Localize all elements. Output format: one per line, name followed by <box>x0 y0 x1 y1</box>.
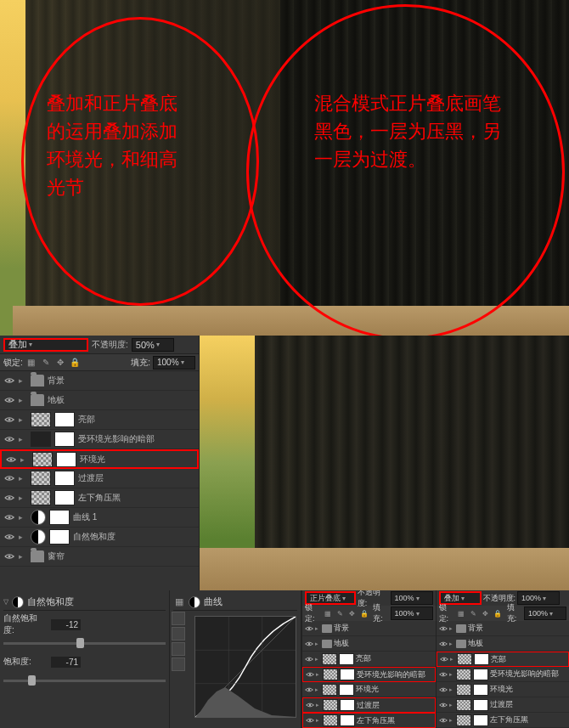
expand-icon[interactable]: ▸ <box>19 435 27 443</box>
layer-mask[interactable] <box>474 653 489 665</box>
lock-icon[interactable]: 🔒 <box>359 607 369 619</box>
layer-row[interactable]: ▸受环境光影响的暗部 <box>0 430 199 449</box>
visibility-toggle[interactable] <box>3 550 15 562</box>
layer-mask[interactable] <box>54 432 75 447</box>
expand-icon[interactable]: ▸ <box>315 641 320 647</box>
curves-tool-pencil[interactable] <box>172 642 185 656</box>
layer-mask[interactable] <box>54 490 75 505</box>
expand-icon[interactable]: ▸ <box>20 455 29 464</box>
visibility-toggle[interactable] <box>305 655 313 663</box>
panel-collapse-icon[interactable]: ▽ <box>3 598 8 606</box>
layer-thumb[interactable] <box>456 699 471 711</box>
lock-icon[interactable]: ✎ <box>468 607 478 619</box>
layer-mask[interactable] <box>473 699 488 711</box>
curves-tool-point[interactable] <box>172 627 185 641</box>
visibility-toggle[interactable] <box>3 511 15 523</box>
layer-row[interactable]: ▸过渡层 <box>437 697 570 713</box>
curves-tool-hand[interactable] <box>172 612 185 625</box>
visibility-toggle[interactable] <box>439 701 448 709</box>
layer-mask[interactable] <box>340 714 355 726</box>
layer-mask[interactable] <box>56 452 76 467</box>
layer-row[interactable]: ▸曲线 1 <box>0 508 199 528</box>
expand-icon[interactable]: ▸ <box>19 415 27 424</box>
visibility-toggle[interactable] <box>306 716 314 725</box>
layer-row[interactable]: ▸过渡层 <box>0 469 199 488</box>
expand-icon[interactable]: ▸ <box>19 552 27 561</box>
layer-thumb[interactable] <box>322 684 337 696</box>
opacity-dropdown[interactable]: 50% ▾ <box>132 338 174 352</box>
fill-dropdown[interactable]: 100% ▾ <box>153 356 195 370</box>
expand-icon[interactable]: ▸ <box>315 656 320 663</box>
saturation-slider[interactable] <box>3 680 166 682</box>
layer-thumb[interactable] <box>31 432 51 447</box>
lock-icon[interactable]: 🔒 <box>493 607 503 619</box>
layer-row[interactable]: ▸地板 <box>302 636 436 652</box>
lock-icon[interactable]: ✥ <box>346 607 357 619</box>
lock-all-icon[interactable]: 🔒 <box>69 357 81 369</box>
blend-mode-dropdown[interactable]: 叠加 ▾ <box>3 338 88 352</box>
visibility-toggle[interactable] <box>305 624 313 633</box>
layer-thumb[interactable] <box>322 653 337 665</box>
expand-icon[interactable]: ▸ <box>19 396 27 404</box>
saturation-slider-value[interactable]: -71 <box>51 657 81 668</box>
layer-mask[interactable] <box>473 669 488 680</box>
layer-mask[interactable] <box>340 669 355 680</box>
expand-icon[interactable]: ▸ <box>19 474 27 483</box>
layer-row[interactable]: ▸窗帘 <box>0 547 199 567</box>
layer-mask[interactable] <box>54 412 75 427</box>
expand-icon[interactable]: ▸ <box>449 717 454 724</box>
fill-dropdown-left[interactable]: 100%▾ <box>391 607 433 620</box>
layer-row[interactable]: ▸地板 <box>437 636 570 652</box>
layer-mask[interactable] <box>49 529 70 545</box>
layer-row[interactable]: ▸环境光 <box>437 682 570 697</box>
visibility-toggle[interactable] <box>3 492 15 504</box>
layer-row[interactable]: ▸亮部 <box>0 410 199 430</box>
layer-thumb[interactable] <box>456 684 471 696</box>
lock-brush-icon[interactable]: ✎ <box>40 357 52 369</box>
layer-row[interactable]: ▸背景 <box>437 621 570 636</box>
layer-row[interactable]: ▸亮部 <box>302 652 436 667</box>
visibility-toggle[interactable] <box>306 701 314 709</box>
expand-icon[interactable]: ▸ <box>450 656 455 663</box>
expand-icon[interactable]: ▸ <box>19 494 27 502</box>
visibility-toggle[interactable] <box>439 670 448 679</box>
expand-icon[interactable]: ▸ <box>315 625 320 632</box>
expand-icon[interactable]: ▸ <box>316 671 321 678</box>
layer-row[interactable]: ▸左下角压黑 <box>437 713 570 728</box>
expand-icon[interactable]: ▸ <box>19 533 27 541</box>
visibility-toggle[interactable] <box>3 472 15 484</box>
layer-row[interactable]: ▸背景 <box>0 371 199 391</box>
layer-row[interactable]: ▸左下角压黑 <box>302 713 436 728</box>
layer-row[interactable]: ▸自然饱和度 <box>0 528 199 547</box>
expand-icon[interactable]: ▸ <box>449 671 454 678</box>
lock-icon[interactable]: ▦ <box>456 607 466 619</box>
layer-thumb[interactable] <box>323 669 338 680</box>
layer-mask[interactable] <box>340 699 355 711</box>
visibility-toggle[interactable] <box>306 670 314 679</box>
layer-mask[interactable] <box>473 684 488 696</box>
visibility-toggle[interactable] <box>5 454 17 466</box>
curves-preset-icon[interactable]: ▦ <box>173 596 185 608</box>
layer-row[interactable]: ▸过渡层 <box>302 697 436 713</box>
visibility-toggle[interactable] <box>305 640 313 648</box>
layer-mask[interactable] <box>54 471 75 486</box>
visibility-toggle[interactable] <box>439 640 448 648</box>
layer-mask[interactable] <box>339 684 354 696</box>
layer-thumb[interactable] <box>323 714 338 726</box>
visibility-toggle[interactable] <box>305 686 313 694</box>
visibility-toggle[interactable] <box>3 394 15 406</box>
visibility-toggle[interactable] <box>439 686 448 694</box>
opacity-dropdown-left[interactable]: 100%▾ <box>391 591 433 605</box>
visibility-toggle[interactable] <box>439 624 448 633</box>
layer-thumb[interactable] <box>31 490 51 505</box>
curves-graph[interactable] <box>194 616 296 718</box>
layer-row[interactable]: ▸背景 <box>302 621 436 636</box>
visibility-toggle[interactable] <box>3 433 15 445</box>
expand-icon[interactable]: ▸ <box>19 376 27 385</box>
layer-row[interactable]: ▸地板 <box>0 391 199 410</box>
expand-icon[interactable]: ▸ <box>316 717 321 724</box>
visibility-toggle[interactable] <box>439 716 448 725</box>
lock-icon[interactable]: ✎ <box>335 607 345 619</box>
layer-row[interactable]: ▸环境光 <box>302 682 436 697</box>
layer-thumb[interactable] <box>31 471 51 486</box>
